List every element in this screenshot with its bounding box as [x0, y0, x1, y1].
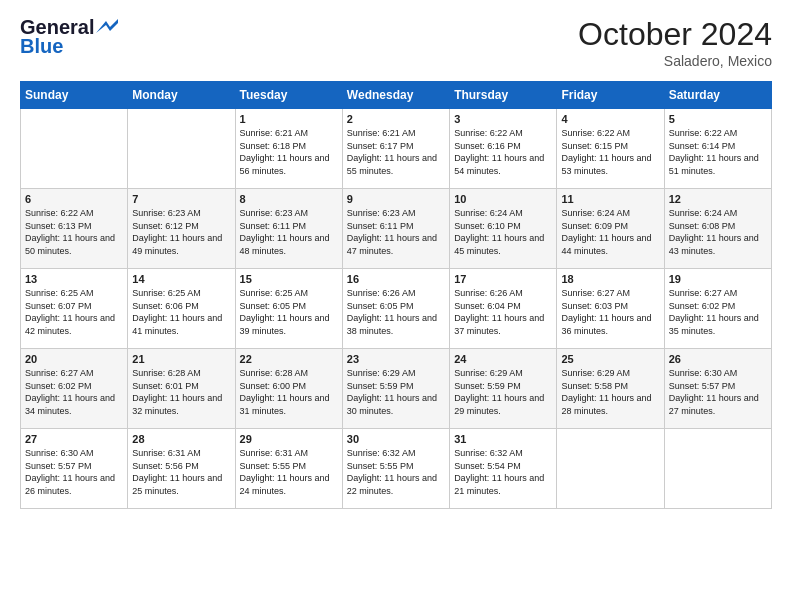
cell-sunrise: Sunrise: 6:29 AM: [561, 368, 630, 378]
calendar-cell: 8 Sunrise: 6:23 AM Sunset: 6:11 PM Dayli…: [235, 189, 342, 269]
cell-sunrise: Sunrise: 6:27 AM: [669, 288, 738, 298]
cell-sunrise: Sunrise: 6:30 AM: [669, 368, 738, 378]
day-number: 24: [454, 353, 552, 365]
day-number: 22: [240, 353, 338, 365]
header: General Blue October 2024 Saladero, Mexi…: [20, 16, 772, 69]
calendar-cell: 20 Sunrise: 6:27 AM Sunset: 6:02 PM Dayl…: [21, 349, 128, 429]
cell-sunset: Sunset: 5:59 PM: [454, 381, 521, 391]
cell-sunrise: Sunrise: 6:32 AM: [454, 448, 523, 458]
calendar-cell: 21 Sunrise: 6:28 AM Sunset: 6:01 PM Dayl…: [128, 349, 235, 429]
cell-sunrise: Sunrise: 6:29 AM: [347, 368, 416, 378]
cell-sunrise: Sunrise: 6:26 AM: [454, 288, 523, 298]
cell-sunrise: Sunrise: 6:31 AM: [240, 448, 309, 458]
header-sunday: Sunday: [21, 82, 128, 109]
cell-daylight: Daylight: 11 hours and 55 minutes.: [347, 153, 437, 176]
calendar-cell: 24 Sunrise: 6:29 AM Sunset: 5:59 PM Dayl…: [450, 349, 557, 429]
location: Saladero, Mexico: [578, 53, 772, 69]
day-number: 30: [347, 433, 445, 445]
cell-sunrise: Sunrise: 6:27 AM: [25, 368, 94, 378]
cell-daylight: Daylight: 11 hours and 21 minutes.: [454, 473, 544, 496]
cell-sunset: Sunset: 6:15 PM: [561, 141, 628, 151]
logo-blue: Blue: [20, 35, 63, 58]
calendar-cell: [664, 429, 771, 509]
cell-sunset: Sunset: 6:13 PM: [25, 221, 92, 231]
day-number: 25: [561, 353, 659, 365]
cell-sunset: Sunset: 5:59 PM: [347, 381, 414, 391]
header-saturday: Saturday: [664, 82, 771, 109]
cell-daylight: Daylight: 11 hours and 27 minutes.: [669, 393, 759, 416]
cell-daylight: Daylight: 11 hours and 47 minutes.: [347, 233, 437, 256]
cell-sunrise: Sunrise: 6:25 AM: [240, 288, 309, 298]
cell-sunrise: Sunrise: 6:28 AM: [132, 368, 201, 378]
cell-sunset: Sunset: 6:01 PM: [132, 381, 199, 391]
calendar-cell: 22 Sunrise: 6:28 AM Sunset: 6:00 PM Dayl…: [235, 349, 342, 429]
calendar-cell: 14 Sunrise: 6:25 AM Sunset: 6:06 PM Dayl…: [128, 269, 235, 349]
calendar-cell: 6 Sunrise: 6:22 AM Sunset: 6:13 PM Dayli…: [21, 189, 128, 269]
day-number: 31: [454, 433, 552, 445]
cell-sunrise: Sunrise: 6:21 AM: [240, 128, 309, 138]
calendar-table: Sunday Monday Tuesday Wednesday Thursday…: [20, 81, 772, 509]
cell-sunset: Sunset: 6:14 PM: [669, 141, 736, 151]
day-number: 3: [454, 113, 552, 125]
day-number: 10: [454, 193, 552, 205]
cell-sunrise: Sunrise: 6:25 AM: [25, 288, 94, 298]
cell-daylight: Daylight: 11 hours and 48 minutes.: [240, 233, 330, 256]
day-number: 27: [25, 433, 123, 445]
cell-daylight: Daylight: 11 hours and 56 minutes.: [240, 153, 330, 176]
cell-daylight: Daylight: 11 hours and 29 minutes.: [454, 393, 544, 416]
cell-daylight: Daylight: 11 hours and 32 minutes.: [132, 393, 222, 416]
day-number: 7: [132, 193, 230, 205]
header-thursday: Thursday: [450, 82, 557, 109]
cell-daylight: Daylight: 11 hours and 54 minutes.: [454, 153, 544, 176]
calendar-cell: 18 Sunrise: 6:27 AM Sunset: 6:03 PM Dayl…: [557, 269, 664, 349]
cell-sunset: Sunset: 6:02 PM: [25, 381, 92, 391]
calendar-week-row: 1 Sunrise: 6:21 AM Sunset: 6:18 PM Dayli…: [21, 109, 772, 189]
cell-daylight: Daylight: 11 hours and 28 minutes.: [561, 393, 651, 416]
day-number: 14: [132, 273, 230, 285]
cell-sunrise: Sunrise: 6:23 AM: [347, 208, 416, 218]
cell-sunset: Sunset: 5:56 PM: [132, 461, 199, 471]
cell-sunset: Sunset: 6:11 PM: [347, 221, 414, 231]
calendar-cell: [128, 109, 235, 189]
header-monday: Monday: [128, 82, 235, 109]
day-number: 8: [240, 193, 338, 205]
cell-daylight: Daylight: 11 hours and 26 minutes.: [25, 473, 115, 496]
day-number: 6: [25, 193, 123, 205]
day-number: 23: [347, 353, 445, 365]
calendar-week-row: 27 Sunrise: 6:30 AM Sunset: 5:57 PM Dayl…: [21, 429, 772, 509]
cell-sunset: Sunset: 6:09 PM: [561, 221, 628, 231]
day-number: 16: [347, 273, 445, 285]
cell-daylight: Daylight: 11 hours and 34 minutes.: [25, 393, 115, 416]
header-wednesday: Wednesday: [342, 82, 449, 109]
cell-sunrise: Sunrise: 6:29 AM: [454, 368, 523, 378]
cell-sunset: Sunset: 6:05 PM: [347, 301, 414, 311]
calendar-cell: 31 Sunrise: 6:32 AM Sunset: 5:54 PM Dayl…: [450, 429, 557, 509]
cell-sunrise: Sunrise: 6:28 AM: [240, 368, 309, 378]
day-number: 11: [561, 193, 659, 205]
calendar-cell: 4 Sunrise: 6:22 AM Sunset: 6:15 PM Dayli…: [557, 109, 664, 189]
cell-sunset: Sunset: 6:16 PM: [454, 141, 521, 151]
cell-daylight: Daylight: 11 hours and 49 minutes.: [132, 233, 222, 256]
cell-sunset: Sunset: 6:06 PM: [132, 301, 199, 311]
cell-sunset: Sunset: 6:02 PM: [669, 301, 736, 311]
cell-sunset: Sunset: 6:07 PM: [25, 301, 92, 311]
cell-sunset: Sunset: 6:10 PM: [454, 221, 521, 231]
cell-sunrise: Sunrise: 6:26 AM: [347, 288, 416, 298]
cell-sunset: Sunset: 6:11 PM: [240, 221, 307, 231]
calendar-cell: 16 Sunrise: 6:26 AM Sunset: 6:05 PM Dayl…: [342, 269, 449, 349]
cell-sunrise: Sunrise: 6:21 AM: [347, 128, 416, 138]
cell-daylight: Daylight: 11 hours and 42 minutes.: [25, 313, 115, 336]
main-container: General Blue October 2024 Saladero, Mexi…: [0, 0, 792, 519]
cell-daylight: Daylight: 11 hours and 43 minutes.: [669, 233, 759, 256]
cell-sunset: Sunset: 5:55 PM: [240, 461, 307, 471]
cell-sunset: Sunset: 5:55 PM: [347, 461, 414, 471]
calendar-cell: 27 Sunrise: 6:30 AM Sunset: 5:57 PM Dayl…: [21, 429, 128, 509]
calendar-cell: 17 Sunrise: 6:26 AM Sunset: 6:04 PM Dayl…: [450, 269, 557, 349]
cell-daylight: Daylight: 11 hours and 39 minutes.: [240, 313, 330, 336]
day-number: 28: [132, 433, 230, 445]
cell-sunset: Sunset: 6:05 PM: [240, 301, 307, 311]
day-number: 12: [669, 193, 767, 205]
cell-daylight: Daylight: 11 hours and 41 minutes.: [132, 313, 222, 336]
calendar-week-row: 20 Sunrise: 6:27 AM Sunset: 6:02 PM Dayl…: [21, 349, 772, 429]
cell-sunset: Sunset: 6:03 PM: [561, 301, 628, 311]
